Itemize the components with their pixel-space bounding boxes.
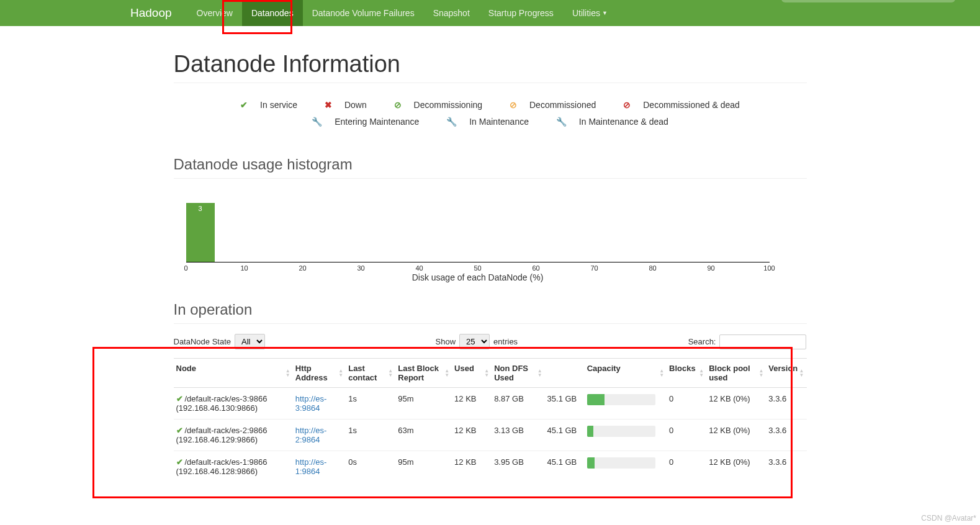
cell-lastc: 0s (346, 451, 395, 483)
legend-in-maint: In Maintenance (469, 117, 529, 127)
nav-snapshot[interactable]: Snapshot (424, 0, 479, 26)
decomd-icon: ⊘ (510, 100, 517, 110)
cell-used: 12 KB (452, 420, 492, 451)
datanode-table: Node▲▼ Http Address▲▼ Last contact▲▼ Las… (174, 358, 807, 482)
caret-icon: ▼ (602, 10, 608, 16)
histogram-title: Datanode usage histogram (174, 156, 807, 179)
xtick: 100 (763, 264, 775, 272)
xtick: 80 (649, 264, 656, 272)
nav-overview[interactable]: Overview (187, 0, 242, 26)
cell-pool: 12 KB (0%) (706, 451, 766, 483)
cell-blocks: 0 (667, 420, 706, 451)
xtick: 60 (532, 264, 539, 272)
chart-xlabel: Disk usage of each DataNode (%) (186, 272, 770, 282)
xtick: 0 (184, 264, 187, 272)
cell-cap-text: 45.1 GB (545, 420, 585, 451)
cell-cap-text: 45.1 GB (545, 451, 585, 483)
cell-used: 12 KB (452, 388, 492, 420)
node-path: /default-rack/es-3:9866 (185, 394, 267, 403)
page-title: Datanode Information (174, 51, 807, 83)
bar-label: 3 (186, 205, 215, 212)
col-http[interactable]: Http Address▲▼ (293, 359, 346, 388)
nav-datanode-volume-failures[interactable]: Datanode Volume Failures (303, 0, 424, 26)
cell-lastb: 63m (395, 420, 452, 451)
legend-entering-maint: Entering Maintenance (335, 117, 419, 127)
legend-decommissioning: Decommissioning (414, 100, 482, 110)
search-label: Search: (688, 337, 716, 346)
col-used[interactable]: Used▲▼ (452, 359, 492, 388)
brand[interactable]: Hadoop (130, 6, 172, 20)
wrench-icon: 🔧 (446, 117, 457, 127)
entries-label: entries (493, 337, 518, 346)
xtick: 10 (240, 264, 248, 272)
table-row: ✔/default-rack/es-1:9866(192.168.46.128:… (174, 451, 807, 483)
legend-in-maint-dead: In Maintenance & dead (579, 117, 668, 127)
legend: ✔In service ✖Down ⊘Decommissioning ⊘Deco… (174, 89, 807, 137)
cell-blocks: 0 (667, 388, 706, 420)
cell-nondfs: 8.87 GB (492, 388, 544, 420)
nav-startup-progress[interactable]: Startup Progress (479, 0, 563, 26)
cell-lastc: 1s (346, 420, 395, 451)
search-input[interactable] (719, 334, 806, 349)
wrench-icon: 🔧 (556, 117, 567, 127)
col-version[interactable]: Version▲▼ (766, 359, 806, 388)
http-link[interactable]: http://es-2:9864 (295, 426, 327, 444)
capacity-bar (587, 457, 655, 469)
http-link[interactable]: http://es-3:9864 (295, 394, 327, 413)
col-blocks[interactable]: Blocks▲▼ (667, 359, 706, 388)
show-label: Show (436, 337, 456, 346)
search-placeholder-blur (781, 0, 955, 2)
nav-datanodes[interactable]: Datanodes (242, 0, 303, 26)
table-controls: DataNode State All Show 25 entries Searc… (174, 330, 807, 353)
col-capacity[interactable]: Capacity▲▼ (585, 359, 667, 388)
cell-lastb: 95m (395, 451, 452, 483)
col-capacity-num[interactable] (545, 359, 585, 388)
col-pool[interactable]: Block pool used▲▼ (706, 359, 766, 388)
dead-icon: ⊘ (623, 100, 631, 110)
show-select[interactable]: 25 (459, 334, 490, 349)
col-nondfs[interactable]: Non DFS Used▲▼ (492, 359, 544, 388)
legend-decom-dead: Decommissioned & dead (643, 100, 740, 110)
cell-pool: 12 KB (0%) (706, 388, 766, 420)
node-ip: (192.168.46.130:9866) (176, 403, 258, 413)
cell-cap-text: 35.1 GB (545, 388, 585, 420)
xtick: 20 (299, 264, 306, 272)
cell-used: 12 KB (452, 451, 492, 483)
down-icon: ✖ (325, 100, 332, 110)
state-label: DataNode State (174, 337, 232, 346)
xtick: 70 (590, 264, 598, 272)
capacity-bar (587, 426, 655, 437)
histogram-bar: 3 (186, 203, 215, 262)
col-node[interactable]: Node▲▼ (174, 359, 293, 388)
check-icon: ✔ (176, 426, 183, 435)
cell-version: 3.3.6 (766, 451, 806, 483)
http-link[interactable]: http://es-1:9864 (295, 457, 327, 476)
in-operation-title: In operation (174, 301, 807, 324)
check-icon: ✔ (176, 457, 183, 467)
check-icon: ✔ (240, 100, 248, 110)
xtick: 50 (474, 264, 481, 272)
legend-decommissioned: Decommissioned (529, 100, 596, 110)
navbar: Hadoop OverviewDatanodesDatanode Volume … (0, 0, 980, 26)
check-icon: ✔ (176, 394, 183, 403)
xtick: 90 (707, 264, 714, 272)
wrench-icon: 🔧 (312, 117, 322, 127)
cell-nondfs: 3.13 GB (492, 420, 544, 451)
capacity-bar (587, 394, 655, 405)
node-ip: (192.168.46.129:9866) (176, 435, 258, 444)
node-path: /default-rack/es-1:9866 (185, 457, 267, 467)
nav-utilities[interactable]: Utilities▼ (563, 0, 617, 26)
xtick: 40 (415, 264, 423, 272)
cell-blocks: 0 (667, 451, 706, 483)
decom-icon: ⊘ (394, 100, 402, 110)
node-path: /default-rack/es-2:9866 (185, 426, 267, 435)
cell-pool: 12 KB (0%) (706, 420, 766, 451)
cell-lastb: 95m (395, 388, 452, 420)
xtick: 30 (357, 264, 364, 272)
state-select[interactable]: All (235, 334, 265, 349)
col-lastc[interactable]: Last contact▲▼ (346, 359, 395, 388)
legend-in-service: In service (260, 100, 297, 110)
cell-lastc: 1s (346, 388, 395, 420)
col-lastb[interactable]: Last Block Report▲▼ (395, 359, 452, 388)
legend-down: Down (344, 100, 367, 110)
